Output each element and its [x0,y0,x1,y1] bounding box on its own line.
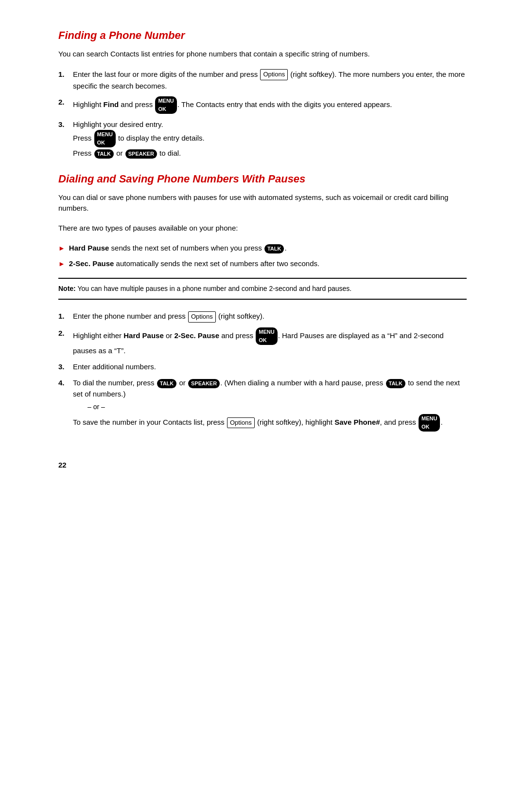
menu-ok-badge4: MENUOK [419,414,440,432]
section1-step3: 3. Highlight your desired entry. Press M… [58,119,467,159]
section1-steps: 1. Enter the last four or more digits of… [58,69,467,159]
sec-pause-label: 2-Sec. Pause [69,259,114,268]
step-content: Enter the phone number and press Options… [73,310,467,322]
options-key: Options [260,69,288,80]
save-phone-label: Save Phone# [334,418,380,426]
step-content: Enter additional numbers. [73,361,467,372]
step-number: 3. [58,361,71,372]
step-number: 1. [58,310,71,322]
sec-pause-content: 2-Sec. Pause automatically sends the nex… [69,258,319,269]
or-divider: – or – [88,402,467,413]
step-content: To dial the number, press TALK or SPEAKE… [73,377,467,432]
step-number: 2. [58,327,71,339]
options-key3: Options [227,417,255,428]
hard-pause-item: ► Hard Pause sends the next set of numbe… [58,242,467,254]
hard-pause-label: Hard Pause [69,244,109,252]
step-content: Highlight your desired entry. Press MENU… [73,119,467,159]
note-text: You can have multiple pauses in a phone … [77,285,351,292]
hard-pause-bold: Hard Pause [123,331,164,340]
page-number: 22 [58,461,467,469]
talk-badge3: TALK [157,379,177,388]
speaker-badge2: SPEAKER [188,379,220,388]
step-number: 3. [58,119,71,130]
section2-step3: 3. Enter additional numbers. [58,361,467,372]
section1-intro: You can search Contacts list entries for… [58,49,467,60]
talk-badge: TALK [94,149,114,159]
sec-pause-item: ► 2-Sec. Pause automatically sends the n… [58,258,467,270]
step-number: 2. [58,96,71,108]
bullet-arrow-icon: ► [58,243,65,254]
section2-step4: 4. To dial the number, press TALK or SPE… [58,377,467,432]
section2-steps: 1. Enter the phone number and press Opti… [58,310,467,432]
find-label: Find [104,100,119,108]
pause-types-list: ► Hard Pause sends the next set of numbe… [58,242,467,269]
step-content: Highlight Find and press MENUOK. The Con… [73,96,467,114]
section1-step2: 2. Highlight Find and press MENUOK. The … [58,96,467,114]
section2-intro1: You can dial or save phone numbers with … [58,192,467,214]
talk-badge4: TALK [386,379,406,388]
step-content: Enter the last four or more digits of th… [73,69,467,91]
step-number: 4. [58,377,71,388]
note-box: Note: You can have multiple pauses in a … [58,278,467,300]
section2-title: Dialing and Saving Phone Numbers With Pa… [58,173,467,185]
step-number: 1. [58,69,71,80]
section2-step2: 2. Highlight either Hard Pause or 2-Sec.… [58,327,467,356]
options-key2: Options [188,311,216,322]
hard-pause-content: Hard Pause sends the next set of numbers… [69,242,287,253]
sec-pause-bold: 2-Sec. Pause [174,331,219,340]
note-label: Note: [58,285,76,292]
section2-intro2: There are two types of pauses available … [58,223,467,234]
section2-step1: 1. Enter the phone number and press Opti… [58,310,467,322]
bullet-arrow-icon2: ► [58,259,65,270]
talk-badge2: TALK [264,244,284,253]
section1-step1: 1. Enter the last four or more digits of… [58,69,467,91]
speaker-badge: SPEAKER [125,149,157,159]
menu-ok-badge2: MENUOK [94,130,116,147]
step-content: Highlight either Hard Pause or 2-Sec. Pa… [73,327,467,356]
section1-title: Finding a Phone Number [58,29,467,42]
menu-ok-badge3: MENUOK [256,327,277,345]
menu-ok-badge: MENUOK [155,96,176,114]
